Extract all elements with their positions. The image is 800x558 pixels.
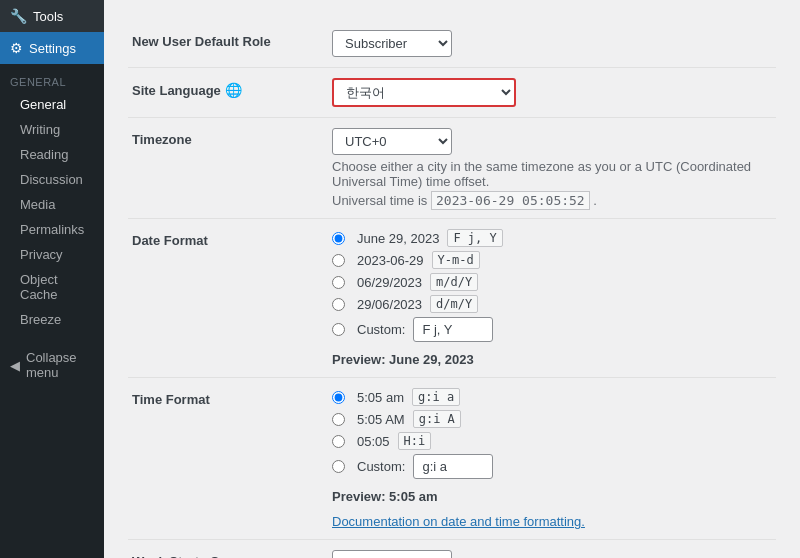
date-time-doc-link[interactable]: Documentation on date and time formattin…	[332, 514, 585, 529]
sidebar-sub-permalinks[interactable]: Permalinks	[0, 217, 104, 242]
date-format-preview: Preview: June 29, 2023	[332, 352, 772, 367]
sidebar-section-general: General	[0, 64, 104, 92]
timezone-label: Timezone	[128, 118, 328, 219]
settings-icon: ⚙	[10, 40, 23, 56]
date-format-option-1: 2023-06-29 Y-m-d	[332, 251, 772, 269]
time-format-label: Time Format	[128, 378, 328, 540]
date-format-row: Date Format June 29, 2023 F j, Y 2023-06…	[128, 219, 776, 378]
time-format-option-1: 5:05 AM g:i A	[332, 410, 772, 428]
date-format-option-custom: Custom:	[332, 317, 772, 342]
date-format-custom-input[interactable]	[413, 317, 493, 342]
date-format-radio-custom[interactable]	[332, 323, 345, 336]
timezone-row: Timezone UTC+0 Choose either a city in t…	[128, 118, 776, 219]
week-starts-label: Week Starts On	[128, 540, 328, 559]
date-format-option-3: 29/06/2023 d/m/Y	[332, 295, 772, 313]
new-user-role-row: New User Default Role Subscriber	[128, 20, 776, 68]
sidebar-sub-reading[interactable]: Reading	[0, 142, 104, 167]
site-language-row: Site Language 🌐 한국어	[128, 68, 776, 118]
sidebar-item-settings[interactable]: ⚙ Settings	[0, 32, 104, 64]
universal-time: Universal time is 2023-06-29 05:05:52 .	[332, 193, 772, 208]
sidebar-sub-media[interactable]: Media	[0, 192, 104, 217]
time-format-preview: Preview: 5:05 am	[332, 489, 772, 504]
time-format-radio-0[interactable]	[332, 391, 345, 404]
settings-table: New User Default Role Subscriber Site La…	[128, 20, 776, 558]
date-format-group: June 29, 2023 F j, Y 2023-06-29 Y-m-d 06…	[332, 229, 772, 367]
collapse-menu[interactable]: ◀ Collapse menu	[0, 340, 104, 390]
date-format-radio-1[interactable]	[332, 254, 345, 267]
time-format-radio-2[interactable]	[332, 435, 345, 448]
main-content: New User Default Role Subscriber Site La…	[104, 0, 800, 558]
time-format-radio-custom[interactable]	[332, 460, 345, 473]
timezone-select[interactable]: UTC+0	[332, 128, 452, 155]
sidebar-item-tools[interactable]: 🔧 Tools	[0, 0, 104, 32]
date-format-option-2: 06/29/2023 m/d/Y	[332, 273, 772, 291]
sidebar-sub-general[interactable]: General	[0, 92, 104, 117]
time-format-option-custom: Custom:	[332, 454, 772, 479]
universal-time-value: 2023-06-29 05:05:52	[431, 191, 590, 210]
site-language-label: Site Language 🌐	[128, 68, 328, 118]
sidebar-sub-breeze[interactable]: Breeze	[0, 307, 104, 332]
week-starts-row: Week Starts On Monday	[128, 540, 776, 559]
new-user-role-select[interactable]: Subscriber	[332, 30, 452, 57]
time-format-radio-1[interactable]	[332, 413, 345, 426]
time-format-group: 5:05 am g:i a 5:05 AM g:i A 05:05	[332, 388, 772, 529]
time-format-custom-input[interactable]	[413, 454, 493, 479]
time-format-option-0: 5:05 am g:i a	[332, 388, 772, 406]
date-format-label: Date Format	[128, 219, 328, 378]
time-format-row: Time Format 5:05 am g:i a 5:05 AM	[128, 378, 776, 540]
site-language-select-wrap: 한국어	[332, 78, 516, 107]
translate-icon: 🌐	[225, 82, 242, 98]
date-format-radio-3[interactable]	[332, 298, 345, 311]
sidebar-sub-object-cache[interactable]: Object Cache	[0, 267, 104, 307]
week-starts-select[interactable]: Monday	[332, 550, 452, 558]
collapse-icon: ◀	[10, 358, 20, 373]
tools-icon: 🔧	[10, 8, 27, 24]
timezone-description: Choose either a city in the same timezon…	[332, 159, 772, 189]
new-user-role-label: New User Default Role	[128, 20, 328, 68]
sidebar-sub-privacy[interactable]: Privacy	[0, 242, 104, 267]
time-format-option-2: 05:05 H:i	[332, 432, 772, 450]
date-format-radio-0[interactable]	[332, 232, 345, 245]
sidebar-sub-writing[interactable]: Writing	[0, 117, 104, 142]
site-language-select[interactable]: 한국어	[334, 80, 514, 105]
date-format-radio-2[interactable]	[332, 276, 345, 289]
date-format-option-0: June 29, 2023 F j, Y	[332, 229, 772, 247]
sidebar: 🔧 Tools ⚙ Settings General General Writi…	[0, 0, 104, 558]
sidebar-sub-discussion[interactable]: Discussion	[0, 167, 104, 192]
